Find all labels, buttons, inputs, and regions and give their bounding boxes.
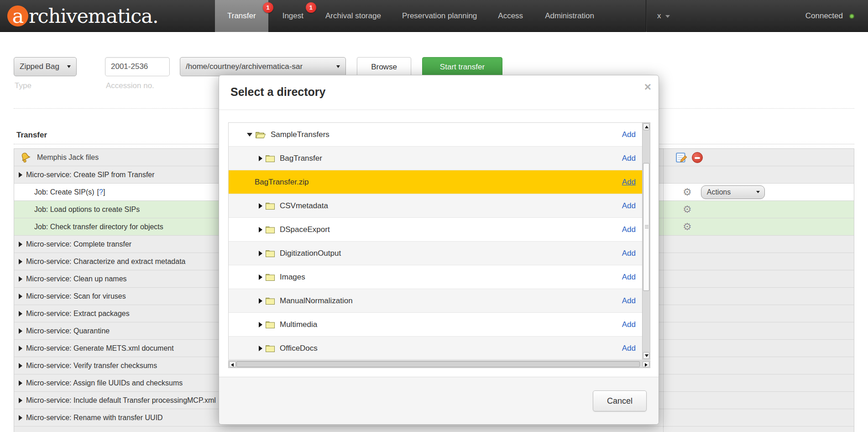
tree-row-bagtransfer-zip[interactable]: BagTransfer.zip Add (229, 170, 642, 194)
transfer-count-badge: 1 (263, 2, 273, 13)
accession-number-input[interactable] (105, 57, 170, 76)
tree-item-label: SampleTransfers (271, 130, 329, 139)
vertical-scroll-thumb[interactable] (643, 163, 649, 291)
tree-row-manualnormalization[interactable]: ManualNormalization Add (229, 289, 642, 313)
expand-triangle-icon[interactable] (259, 274, 262, 280)
gear-icon[interactable]: ⚙ (683, 222, 692, 232)
expand-triangle-icon (19, 172, 22, 178)
nav-item-transfer[interactable]: Transfer 1 (215, 0, 268, 32)
nav-item-administration[interactable]: Administration (537, 0, 602, 32)
top-navbar: archivematica. Transfer 1 Ingest 1 Archi… (0, 0, 868, 32)
nav-item-access[interactable]: Access (490, 0, 531, 32)
remove-transfer-icon[interactable] (692, 152, 703, 163)
select-caret-icon (336, 65, 340, 68)
tree-row-images[interactable]: Images Add (229, 265, 642, 289)
add-link[interactable]: Add (622, 296, 636, 306)
microservice-label: Micro-service: Create SIP from Transfer (26, 171, 155, 179)
scroll-up-button[interactable] (643, 123, 649, 130)
scroll-left-button[interactable] (229, 361, 236, 367)
tree-row-officedocs[interactable]: OfficeDocs Add (229, 337, 642, 360)
browse-button[interactable]: Browse (357, 57, 411, 77)
folder-icon (265, 344, 275, 353)
microservice-label: Micro-service: Complete transfer (26, 240, 131, 248)
job-label: Job: Create SIP(s) (34, 188, 94, 196)
logo-a-icon: a (7, 5, 28, 26)
start-transfer-button[interactable]: Start transfer (422, 57, 502, 77)
tree-row-multimedia[interactable]: Multimedia Add (229, 313, 642, 337)
dialog-header: Select a directory × (219, 75, 659, 110)
tree-row-digitizationoutput[interactable]: DigitizationOutput Add (229, 242, 642, 265)
nav-item-transfer-label: Transfer (227, 11, 256, 20)
job-label: Job: Check transfer directory for object… (34, 223, 163, 231)
tree-row-sampletransfers[interactable]: SampleTransfers Add (229, 123, 642, 147)
scroll-right-button[interactable] (643, 361, 649, 367)
microservice-label: Micro-service: Generate METS.xml documen… (26, 344, 174, 353)
collapse-triangle-icon[interactable] (247, 133, 252, 137)
expand-triangle-icon (19, 294, 22, 299)
cancel-button[interactable]: Cancel (593, 390, 647, 411)
add-link[interactable]: Add (622, 178, 636, 187)
microservice-row-partial (14, 427, 854, 432)
scroll-down-button[interactable] (643, 352, 649, 359)
add-link[interactable]: Add (622, 273, 636, 282)
close-icon[interactable]: × (644, 81, 651, 93)
tree-row-bagtransfer[interactable]: BagTransfer Add (229, 147, 642, 170)
tree-row-csvmetadata[interactable]: CSVmetadata Add (229, 194, 642, 218)
add-link[interactable]: Add (622, 320, 636, 329)
nav-item-archival-storage[interactable]: Archival storage (318, 0, 389, 32)
add-link[interactable]: Add (622, 225, 636, 234)
expand-triangle-icon[interactable] (259, 322, 262, 327)
expand-triangle-icon (19, 346, 22, 351)
microservice-label: Micro-service: Include default Transfer … (26, 396, 216, 405)
vertical-scrollbar[interactable] (642, 122, 650, 360)
add-link[interactable]: Add (622, 130, 636, 139)
browse-button-label: Browse (371, 63, 397, 72)
expand-triangle-icon[interactable] (259, 156, 262, 161)
tree-item-label: Multimedia (280, 320, 317, 329)
expand-triangle-icon (19, 415, 22, 421)
nav-item-access-label: Access (498, 11, 523, 20)
add-link[interactable]: Add (622, 154, 636, 163)
tree-item-label: CSVmetadata (280, 201, 328, 211)
logo-text: rchivematica. (29, 5, 158, 27)
connected-dot-icon (849, 14, 854, 19)
tree-item-label: ManualNormalization (280, 296, 353, 306)
folder-icon (265, 201, 275, 210)
accession-field-label: Accession no. (106, 81, 154, 90)
transfer-type-select[interactable]: Zipped Bag (14, 57, 77, 76)
transfer-package-name: Memphis Jack files (37, 153, 99, 162)
job-label: Job: Load options to create SIPs (34, 205, 140, 214)
folder-icon (265, 249, 275, 258)
folder-icon (265, 273, 275, 281)
triangle-left-icon (231, 363, 234, 367)
expand-triangle-icon[interactable] (259, 251, 262, 256)
expand-triangle-icon[interactable] (259, 203, 262, 209)
horizontal-scrollbar[interactable] (228, 360, 650, 368)
nav-item-preservation-planning[interactable]: Preservation planning (394, 0, 485, 32)
gear-icon[interactable]: ⚙ (683, 187, 692, 197)
horizontal-scroll-thumb[interactable] (236, 361, 640, 367)
tree-item-label: DigitizationOutput (280, 249, 341, 258)
add-link[interactable]: Add (622, 201, 636, 211)
select-caret-icon (67, 65, 71, 68)
triangle-down-icon (645, 354, 648, 357)
gear-icon[interactable]: ⚙ (683, 205, 692, 215)
add-link[interactable]: Add (622, 249, 636, 258)
expand-triangle-icon[interactable] (259, 346, 262, 351)
job-actions-select[interactable]: Actions (701, 185, 765, 199)
help-link[interactable]: ? (99, 188, 103, 196)
add-link[interactable]: Add (622, 344, 636, 353)
transfer-source-path-select[interactable]: /home/courtney/archivematica-sar (180, 57, 346, 76)
edit-metadata-icon[interactable] (675, 152, 687, 163)
nav-item-ingest[interactable]: Ingest 1 (275, 0, 311, 32)
expand-triangle-icon[interactable] (259, 298, 262, 304)
ingest-count-badge: 1 (306, 2, 316, 13)
tree-item-label: BagTransfer (280, 154, 322, 163)
expand-triangle-icon[interactable] (259, 227, 262, 232)
archivematica-logo[interactable]: archivematica. (7, 0, 158, 32)
connection-status: Connected (805, 0, 854, 32)
user-menu[interactable]: x (646, 0, 681, 32)
directory-tree: SampleTransfers Add BagTransfer Add (228, 122, 650, 368)
tree-row-dspaceexport[interactable]: DSpaceExport Add (229, 218, 642, 242)
type-field-label: Type (15, 81, 31, 90)
